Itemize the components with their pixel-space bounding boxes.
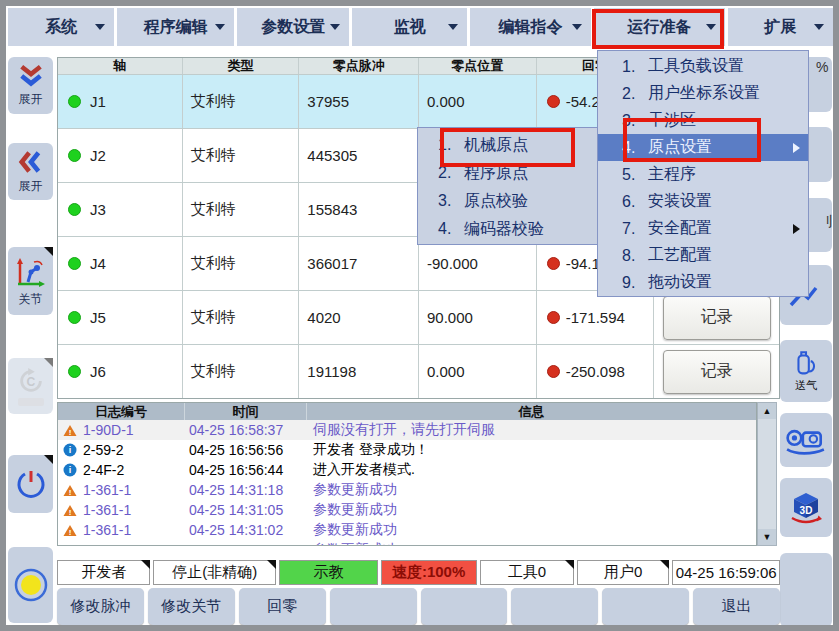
- gas-supply-button[interactable]: 送气: [780, 340, 832, 402]
- log-row[interactable]: !1-361-1 04-25 14:31:05 参数更新成功: [58, 500, 756, 520]
- rotate-mode-button[interactable]: C: [8, 358, 53, 414]
- log-id: 2-59-2: [83, 442, 123, 458]
- servo-indicator-icon: [13, 567, 49, 603]
- log-header-row: 日志编号 时间 信息: [58, 403, 756, 420]
- scroll-down-button[interactable]: ▼: [758, 529, 776, 545]
- menu-item-process-config[interactable]: 8. 工艺配置: [598, 242, 808, 269]
- menu-item-origin-settings[interactable]: 4. 原点设置: [598, 134, 808, 161]
- empty-function-button[interactable]: [330, 588, 417, 625]
- user-level-selector[interactable]: 开发者: [57, 560, 150, 585]
- teach-mode-badge[interactable]: 示教: [279, 560, 377, 585]
- menu-item-main-program[interactable]: 5. 主程序: [598, 161, 808, 188]
- camera-scan-button[interactable]: [780, 413, 832, 467]
- expand-down-button[interactable]: 展开: [8, 57, 53, 114]
- menu-item-safety-config[interactable]: 7. 安全配置: [598, 215, 808, 242]
- col-header-axis: 轴: [58, 58, 183, 74]
- menu-edit-command[interactable]: 编辑指令: [470, 8, 591, 46]
- servo-indicator-button[interactable]: [8, 547, 53, 623]
- submenu-item-mechanical-origin[interactable]: 1. 机械原点: [418, 131, 599, 159]
- log-id: 1-361-1: [83, 502, 131, 518]
- zero-pulse-value: 37955: [299, 75, 419, 128]
- power-button[interactable]: [8, 455, 53, 513]
- axis-name: J3: [90, 201, 106, 218]
- chevron-down-icon: [706, 24, 716, 30]
- log-row[interactable]: i2-4F-2 04-25 16:56:44 进入开发者模式.: [58, 460, 756, 480]
- menu-param-settings[interactable]: 参数设置: [237, 8, 350, 46]
- datetime-label: 04-25 16:59:06: [676, 564, 777, 581]
- run-mode-selector[interactable]: 停止(非精确): [153, 560, 276, 585]
- log-row[interactable]: !1-361-1 04-25 14:31:02 参数更新成功: [58, 520, 756, 540]
- zero-pulse-value: 445305: [299, 129, 419, 182]
- home-button[interactable]: 回零: [239, 588, 326, 625]
- axis-name: J2: [90, 147, 106, 164]
- log-col-id: 日志编号: [58, 403, 185, 420]
- joint-coordinate-button[interactable]: 关节: [8, 247, 53, 315]
- warning-icon: !: [63, 424, 77, 437]
- axis-type: 艾利特: [183, 291, 300, 344]
- home-value: -171.594: [566, 309, 625, 326]
- log-panel: 日志编号 时间 信息 !1-90D-1 04-25 16:58:37 伺服没有打…: [57, 402, 757, 546]
- corner-marker-icon: [44, 358, 53, 367]
- menu-item-interference-zone[interactable]: 3. 干涉区: [598, 107, 808, 134]
- menu-monitor[interactable]: 监视: [352, 8, 467, 46]
- submenu-item-program-origin[interactable]: 2. 程序原点: [418, 159, 599, 187]
- menu-run-prepare[interactable]: 运行准备: [594, 8, 725, 46]
- scroll-up-button[interactable]: ▲: [758, 403, 776, 419]
- exit-button[interactable]: 退出: [693, 588, 780, 625]
- tool-selector[interactable]: 工具0: [480, 560, 574, 585]
- log-time: 04-25 16:56:56: [185, 442, 307, 458]
- menu-extend[interactable]: 扩展: [728, 8, 833, 46]
- menu-item-drag-settings[interactable]: 9. 拖动设置: [598, 269, 808, 296]
- covered-text-fragment: 刂: [820, 213, 834, 231]
- menu-item-user-frame[interactable]: 2. 用户坐标系设置: [598, 80, 808, 107]
- menu-system[interactable]: 系统: [8, 8, 114, 46]
- table-row[interactable]: J5 艾利特 4020 90.000 -171.594 记录: [58, 290, 779, 344]
- run-prepare-dropdown: 1. 工具负载设置 2. 用户坐标系设置 3. 干涉区 4. 原点设置 5. 主…: [597, 50, 809, 297]
- log-row[interactable]: !1-90D-1 04-25 16:58:37 伺服没有打开，请先打开伺服: [58, 420, 756, 440]
- info-icon: i: [63, 443, 77, 457]
- tool-label: 工具0: [508, 563, 546, 582]
- info-icon: i: [63, 463, 77, 477]
- log-message: 参数更新成功: [307, 501, 756, 519]
- log-time: 04-25 14:31:02: [185, 522, 307, 538]
- home-value: -54.2: [566, 93, 600, 110]
- log-time: 04-25 14:31:05: [185, 502, 307, 518]
- user-frame-label: 用户0: [604, 563, 642, 582]
- axis-ok-dot: [68, 149, 81, 162]
- modify-pulse-button[interactable]: 修改脉冲: [57, 588, 144, 625]
- empty-function-button[interactable]: [421, 588, 508, 625]
- log-id: 1-90D-1: [83, 422, 134, 438]
- log-row-partial[interactable]: !1-361-1 04-25 14:31:00 参数更新成功: [58, 540, 756, 546]
- menu-item-install-settings[interactable]: 6. 安装设置: [598, 188, 808, 215]
- submenu-item-encoder-check[interactable]: 4. 编码器校验: [418, 215, 599, 243]
- modify-joint-button[interactable]: 修改关节: [148, 588, 235, 625]
- log-message: 参数更新成功: [307, 541, 756, 546]
- submenu-item-origin-check[interactable]: 3. 原点校验: [418, 187, 599, 215]
- record-button[interactable]: 记录: [663, 296, 771, 340]
- expand-down-label: 展开: [19, 91, 43, 108]
- record-button[interactable]: 记录: [663, 350, 771, 394]
- menu-program-edit[interactable]: 程序编辑: [117, 8, 234, 46]
- datetime-display: 04-25 16:59:06: [672, 560, 780, 585]
- log-row[interactable]: i2-59-2 04-25 16:56:56 开发者 登录成功！: [58, 440, 756, 460]
- axis-ok-dot: [68, 365, 81, 378]
- speed-label: 速度:100%: [392, 563, 465, 582]
- axis-type: 艾利特: [183, 183, 300, 236]
- right-tool-button-empty[interactable]: [780, 553, 832, 627]
- 3d-view-button[interactable]: 3D: [780, 478, 832, 537]
- empty-function-button[interactable]: [602, 588, 689, 625]
- expand-left-button[interactable]: 展开: [8, 143, 53, 200]
- table-row[interactable]: J6 艾利特 191198 0.000 -250.098 记录: [58, 344, 779, 398]
- speed-badge[interactable]: 速度:100%: [381, 560, 477, 585]
- svg-text:i: i: [69, 465, 72, 475]
- log-message: 伺服没有打开，请先打开伺服: [307, 421, 756, 439]
- user-frame-selector[interactable]: 用户0: [577, 560, 669, 585]
- log-message: 进入开发者模式.: [307, 461, 756, 479]
- log-scrollbar[interactable]: ▲ ▼: [757, 402, 777, 546]
- empty-function-button[interactable]: [511, 588, 598, 625]
- log-time: 04-25 14:31:18: [185, 482, 307, 498]
- chevron-down-icon: [448, 24, 458, 30]
- menu-item-tool-load[interactable]: 1. 工具负载设置: [598, 53, 808, 80]
- log-row[interactable]: !1-361-1 04-25 14:31:18 参数更新成功: [58, 480, 756, 500]
- axis-type: 艾利特: [183, 129, 300, 182]
